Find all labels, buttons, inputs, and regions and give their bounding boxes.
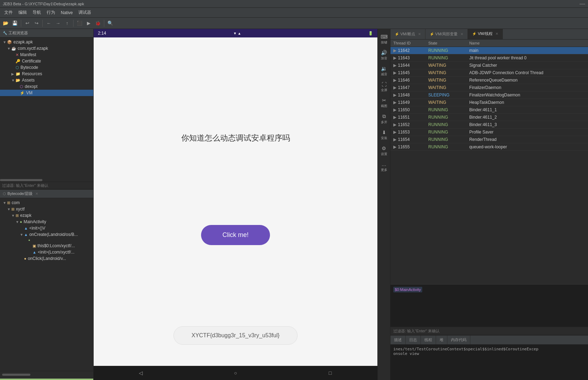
toolbar-save[interactable]: 💾 — [11, 19, 19, 28]
bytecode-tree-ezapk[interactable]: ▼ ⊞ ezapk — [0, 212, 93, 219]
menu-nav[interactable]: 导航 — [30, 8, 44, 17]
toolbar-search[interactable]: 🔍 — [106, 19, 114, 28]
bytecode-tree-oncreate[interactable]: ▼ ▲ onCreate(Landroid/os/B... — [0, 231, 93, 238]
vm-tab-locals[interactable]: ⚡ VM/局部变量 ✕ — [425, 29, 468, 39]
vm-tab-threads[interactable]: ⚡ VM/线程 ✕ — [468, 29, 503, 39]
rt-screenshot-btn[interactable]: ✂ 截图 — [378, 95, 390, 111]
rt-settings-btn[interactable]: ⚙ 设置 — [378, 143, 390, 159]
rt-install-btn[interactable]: ⬇ 安装 — [378, 127, 390, 143]
toolbar-redo[interactable]: ↪ — [32, 19, 41, 28]
bytecode-tree-mainactivity[interactable]: ▼ ● MainActivity — [0, 219, 93, 225]
vm-tab-threads-close[interactable]: ✕ — [495, 32, 498, 36]
nav-back-btn[interactable]: ◁ — [136, 369, 146, 376]
table-row[interactable]: ▶11647WAITINGFinalizerDaemon — [390, 84, 588, 91]
debug-filter — [390, 327, 588, 335]
vm-tab-locals-label: VM/局部变量 — [435, 31, 458, 37]
toolbar-stop[interactable]: ⬛ — [75, 19, 84, 28]
thread-state-cell: RUNNING — [425, 47, 466, 54]
vm-tab-breakpoints[interactable]: ⚡ VM/断点 ✕ — [390, 29, 425, 39]
rt-multiopen-label: 多开 — [381, 120, 387, 125]
thread-state-label: RUNNING — [428, 115, 448, 120]
scroll-thumb[interactable] — [0, 179, 42, 181]
table-row[interactable]: ▶11652RUNNINGBinder:4611_3 — [390, 121, 588, 129]
toolbar-forward[interactable]: → — [54, 19, 62, 28]
table-row[interactable]: ▶11646WAITINGReferenceQueueDaemon — [390, 77, 588, 84]
tree-item-manifest[interactable]: ✕ Manifest — [0, 52, 93, 58]
left-hscroll-thumb[interactable] — [2, 374, 30, 376]
horizontal-scroll[interactable] — [0, 179, 93, 182]
nav-recents-btn[interactable]: □ — [325, 369, 335, 376]
table-row[interactable]: ▶11655RUNNINGqueued-work-looper — [390, 143, 588, 151]
debug-tab-describe[interactable]: 描述 — [390, 336, 406, 344]
menu-debugger[interactable]: 调试器 — [76, 8, 94, 17]
table-row[interactable]: ▶11648SLEEPINGFinalizerWatchdogDaemon — [390, 91, 588, 99]
table-row[interactable]: ▶11650RUNNINGBinder:4611_1 — [390, 106, 588, 114]
tree-item-vm[interactable]: ⚡ VM — [0, 90, 93, 96]
thread-state-cell: RUNNING — [425, 106, 466, 114]
tree-label-assets: Assets — [22, 78, 35, 83]
toolbar-run[interactable]: ▶ — [84, 19, 93, 28]
project-explorer: 🔧 工程浏览器 ▼ 📦 ezapk.apk ▼ ☕ com.xyctf.ezap… — [0, 29, 93, 189]
toolbar-sep4 — [104, 20, 104, 27]
thread-name-cell: queued-work-looper — [466, 143, 588, 151]
toolbar-debug[interactable]: 🐞 — [94, 19, 102, 28]
bytecode-tree-onclick[interactable]: ● onClick(Landroid/v... — [0, 255, 93, 262]
table-row[interactable]: ▶11645WAITINGADB-JDWP Connection Control… — [390, 69, 588, 77]
tree-item-ezapk[interactable]: ▼ 📦 ezapk.apk — [0, 39, 93, 45]
table-row[interactable]: ▶11649WAITINGHeapTaskDaemon — [390, 99, 588, 106]
table-row[interactable]: ▶11644WAITINGSignal Catcher — [390, 62, 588, 69]
left-bottom-scrollbar[interactable] — [0, 371, 93, 378]
bytecode-tree-this0[interactable]: ▣ this$0:Lcom/xyctf/... — [0, 243, 93, 249]
debug-tab-stack[interactable]: 堆 — [436, 336, 447, 344]
table-row[interactable]: ▶11642RUNNINGmain — [390, 47, 588, 54]
thread-arrow-icon: ▶ — [393, 55, 396, 60]
table-row[interactable]: ▶11654RUNNINGRenderThread — [390, 136, 588, 143]
bytecode-tree-circle[interactable]: ● — [0, 238, 93, 243]
rt-volume-up-btn[interactable]: 🔊 加音 — [378, 48, 390, 63]
menu-edit[interactable]: 编辑 — [16, 8, 30, 17]
rt-fullscreen-btn[interactable]: ⛶ 全屏 — [378, 79, 390, 95]
rt-volume-down-btn[interactable]: 🔉 减音 — [378, 64, 390, 79]
nav-home-btn[interactable]: ○ — [230, 369, 241, 376]
bytecode-panel-close[interactable]: ✕ — [35, 192, 38, 196]
vm-tab-locals-close[interactable]: ✕ — [460, 32, 463, 36]
thread-id-cell: ▶11646 — [390, 77, 425, 84]
bytecode-tree-com[interactable]: ▼ ⊞ com — [0, 200, 93, 206]
debug-filter-input[interactable] — [393, 329, 585, 333]
app-click-button[interactable]: Click me! — [201, 225, 270, 245]
bytecode-panel: ⬡ Bytecode/层级 ✕ ▼ ⊞ com ▼ ⊞ xyctf — [0, 189, 93, 380]
menu-file[interactable]: 文件 — [1, 8, 16, 17]
bytecode-tree-init2[interactable]: ▲ <init>(Lcom/xyctf/... — [0, 249, 93, 255]
menu-action[interactable]: 行为 — [44, 8, 58, 17]
toolbar-up[interactable]: ↑ — [63, 19, 71, 28]
bytecode-tree-init-v[interactable]: ▲ <init>()V — [0, 225, 93, 231]
tree-item-resources[interactable]: ▶ 📁 Resources — [0, 71, 93, 77]
toolbar-back[interactable]: ← — [45, 19, 53, 28]
project-filter-input[interactable] — [2, 183, 91, 188]
thread-name-cell: HeapTaskDaemon — [466, 99, 588, 106]
vm-tab-bp-close[interactable]: ✕ — [418, 32, 421, 36]
tree-item-dexopt[interactable]: ⬡ dexopt — [0, 83, 93, 90]
bt-package-ezapk-icon: ⊞ — [16, 213, 19, 218]
menu-native[interactable]: Native — [58, 9, 76, 17]
debug-tab-thread[interactable]: 线程 — [421, 336, 436, 344]
bytecode-tree-xyctf[interactable]: ▼ ⊞ xyctf — [0, 206, 93, 212]
tree-item-bytecode[interactable]: ⬡ Bytecode — [0, 64, 93, 71]
bt-label-com: com — [12, 200, 20, 205]
minimize-button[interactable]: — — [580, 1, 585, 7]
thread-id-cell: ▶11650 — [390, 106, 425, 114]
table-row[interactable]: ▶11651RUNNINGBinder:4611_2 — [390, 114, 588, 121]
toolbar-new[interactable]: 📂 — [1, 19, 10, 28]
thread-id-cell: ▶11654 — [390, 136, 425, 143]
debug-tab-memory[interactable]: 内存代码 — [447, 336, 470, 344]
rt-multiopen-btn[interactable]: ⧉ 多开 — [378, 111, 390, 127]
rt-more-btn[interactable]: … 更多 — [378, 159, 390, 174]
rt-keyboard-btn[interactable]: ⌨ 按键 — [378, 32, 390, 47]
debug-tab-log[interactable]: 日志 — [406, 336, 421, 344]
table-row[interactable]: ▶11653RUNNINGProfile Saver — [390, 129, 588, 136]
tree-item-com-xyctf[interactable]: ▼ ☕ com.xyctf.ezapk — [0, 45, 93, 52]
tree-item-certificate[interactable]: 🔑 Certificate — [0, 58, 93, 64]
table-row[interactable]: ▶11643RUNNINGJit thread pool worker thre… — [390, 54, 588, 62]
tree-item-assets[interactable]: ▼ 📂 Assets — [0, 77, 93, 83]
toolbar-undo[interactable]: ↩ — [23, 19, 31, 28]
